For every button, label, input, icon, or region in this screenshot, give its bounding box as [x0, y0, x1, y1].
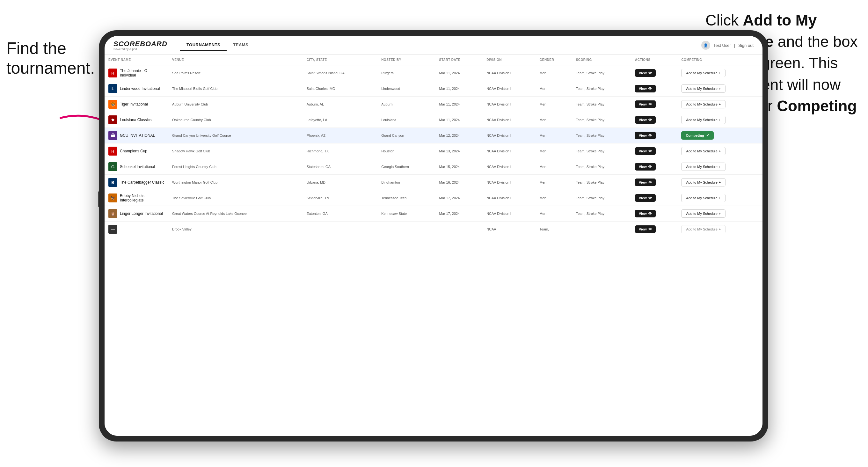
add-to-schedule-button[interactable]: Add to My Schedule + [681, 178, 725, 186]
tab-tournaments[interactable]: TOURNAMENTS [180, 40, 227, 51]
cell-hosted_by: Grand Canyon [377, 128, 435, 144]
eye-icon: 👁 [648, 71, 652, 75]
event-name-cell: 🏔 GCU INVITATIONAL [104, 128, 168, 144]
event-name-cell: 🦅 Bobby Nichols Intercollegiate [104, 190, 168, 206]
table-row: 🦉 Linger Longer Invitational Great Water… [104, 206, 763, 222]
add-to-schedule-button-partial[interactable]: Add to My Schedule + [681, 225, 725, 234]
add-to-schedule-button[interactable]: Add to My Schedule + [681, 116, 725, 124]
add-to-schedule-button[interactable]: Add to My Schedule + [681, 147, 725, 155]
competing-cell: Add to My Schedule + [677, 190, 763, 206]
cell-gender: Men [535, 190, 572, 206]
team-logo: L [108, 84, 117, 93]
tab-teams[interactable]: TEAMS [227, 40, 255, 51]
view-button[interactable]: View 👁 [635, 147, 656, 155]
cell-division: NCAA Division I [483, 190, 535, 206]
add-schedule-label: Add to My Schedule [686, 149, 717, 153]
cell-city_state: Eatonton, GA [303, 206, 377, 222]
tablet-frame: SCOREBOARD Powered by clippd TOURNAMENTS… [99, 30, 768, 441]
cell-gender: Men [535, 144, 572, 159]
add-schedule-label: Add to My Schedule [686, 71, 717, 75]
cell-start_date: Mar 11, 2024 [435, 112, 483, 128]
cell-scoring: Team, Stroke Play [572, 112, 631, 128]
col-start-date: START DATE [435, 55, 483, 65]
add-to-schedule-button[interactable]: Add to My Schedule + [681, 194, 725, 202]
view-button[interactable]: View 👁 [635, 116, 656, 124]
add-to-schedule-button[interactable]: Add to My Schedule + [681, 85, 725, 93]
tablet-screen: SCOREBOARD Powered by clippd TOURNAMENTS… [104, 36, 763, 436]
event-name-cell: — [104, 222, 168, 237]
plus-icon: + [719, 71, 721, 75]
view-button[interactable]: View 👁 [635, 225, 656, 233]
add-to-schedule-button[interactable]: Add to My Schedule + [681, 210, 725, 218]
col-actions: ACTIONS [631, 55, 677, 65]
table-row: 🦅 Bobby Nichols Intercollegiate The Sevi… [104, 190, 763, 206]
event-name-text: The Carpetbagger Classic [120, 180, 164, 185]
cell-start_date: Mar 11, 2024 [435, 65, 483, 81]
add-to-schedule-button[interactable]: Add to My Schedule + [681, 69, 725, 77]
view-button[interactable]: View 👁 [635, 69, 656, 77]
eye-icon: 👁 [648, 196, 652, 200]
add-schedule-label: Add to My Schedule [686, 102, 717, 106]
event-name-text: Louisiana Classics [120, 118, 151, 122]
plus-icon: + [719, 102, 721, 106]
view-button[interactable]: View 👁 [635, 179, 656, 186]
cell-start_date: Mar 16, 2024 [435, 175, 483, 190]
cell-gender: Men [535, 112, 572, 128]
table-row: 🐯 Tiger Invitational Auburn University C… [104, 97, 763, 112]
competing-cell: Add to My Schedule + [677, 81, 763, 97]
eye-icon: 👁 [648, 133, 652, 137]
table-row: B The Carpetbagger Classic Worthington M… [104, 175, 763, 190]
cell-hosted_by: Rutgers [377, 65, 435, 81]
add-schedule-label: Add to My Schedule [686, 212, 717, 216]
logo-area: SCOREBOARD Powered by clippd [114, 40, 167, 51]
actions-cell: View 👁 [631, 144, 677, 159]
view-button[interactable]: View 👁 [635, 194, 656, 202]
team-logo: 🐯 [108, 100, 117, 109]
event-name-cell: 🦉 Linger Longer Invitational [104, 206, 168, 222]
eye-icon: 👁 [648, 87, 652, 91]
cell-start_date: Mar 12, 2024 [435, 128, 483, 144]
add-schedule-label: Add to My Schedule [686, 165, 717, 168]
cell-start_date: Mar 17, 2024 [435, 206, 483, 222]
event-name-cell: L Lindenwood Invitational [104, 81, 168, 97]
cell-division: NCAA Division I [483, 144, 535, 159]
cell-gender: Men [535, 175, 572, 190]
eye-icon: 👁 [648, 227, 652, 231]
competing-button[interactable]: Competing ✓ [681, 131, 713, 139]
team-logo: B [108, 178, 117, 187]
cell-city_state [303, 222, 377, 237]
view-button[interactable]: View 👁 [635, 163, 656, 170]
cell-venue: The Sevierville Golf Club [168, 190, 303, 206]
event-name-cell: ⚜ Louisiana Classics [104, 112, 168, 128]
cell-gender: Men [535, 159, 572, 175]
competing-cell: Add to My Schedule + [677, 144, 763, 159]
col-event-name: EVENT NAME [104, 55, 168, 65]
add-to-schedule-button[interactable]: Add to My Schedule + [681, 100, 725, 108]
cell-venue: Great Waters Course At Reynolds Lake Oco… [168, 206, 303, 222]
add-to-schedule-button[interactable]: Add to My Schedule + [681, 162, 725, 171]
col-gender: GENDER [535, 55, 572, 65]
view-button[interactable]: View 👁 [635, 100, 656, 108]
cell-gender: Team, [535, 222, 572, 237]
event-name-text: The Johnnie - O Individual [120, 68, 164, 77]
sign-out-link[interactable]: Sign out [738, 43, 753, 48]
team-logo: — [108, 225, 117, 234]
event-name-cell: B The Carpetbagger Classic [104, 175, 168, 190]
view-button[interactable]: View 👁 [635, 85, 656, 92]
cell-gender: Men [535, 97, 572, 112]
competing-cell: Competing ✓ [677, 128, 763, 144]
cell-city_state: Saint Charles, MO [303, 81, 377, 97]
table-row: G Schenkel Invitational Forest Heights C… [104, 159, 763, 175]
table-row: R The Johnnie - O Individual Sea Palms R… [104, 65, 763, 81]
cell-city_state: Urbana, MD [303, 175, 377, 190]
cell-city_state: Saint Simons Island, GA [303, 65, 377, 81]
view-button[interactable]: View 👁 [635, 132, 656, 139]
team-logo: G [108, 162, 117, 171]
view-button[interactable]: View 👁 [635, 210, 656, 217]
event-name-text: Lindenwood Invitational [120, 86, 160, 91]
event-name-cell: 🐯 Tiger Invitational [104, 97, 168, 112]
actions-cell: View 👁 [631, 175, 677, 190]
check-icon: ✓ [706, 133, 709, 138]
plus-icon: + [719, 149, 721, 153]
cell-venue: Shadow Hawk Golf Club [168, 144, 303, 159]
